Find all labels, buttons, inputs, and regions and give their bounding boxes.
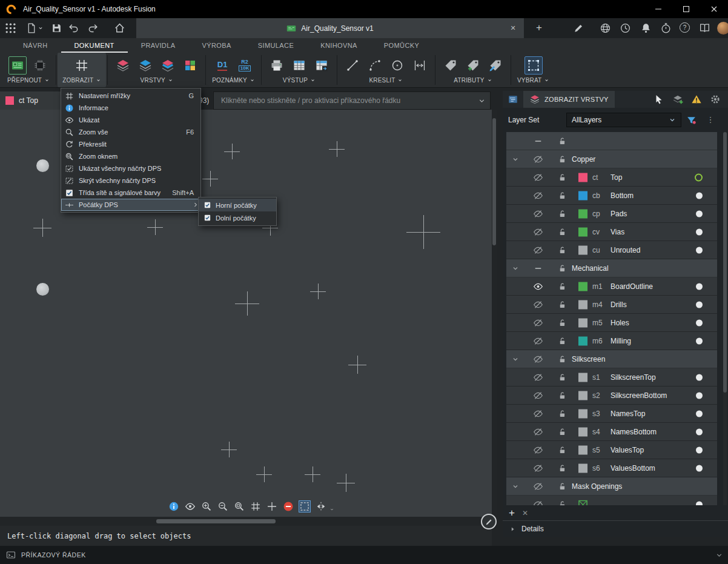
- ribbon-dropdown-annotations[interactable]: POZNÁMKY: [212, 77, 255, 84]
- export-table-icon[interactable]: [313, 56, 331, 75]
- stylus-icon[interactable]: [573, 22, 584, 34]
- origin-icon[interactable]: [266, 501, 277, 512]
- layer-row-m5[interactable]: m5Holes: [506, 314, 717, 332]
- value-annotation-icon[interactable]: R210K: [236, 56, 254, 75]
- menu-item-pocatky-dps[interactable]: Počátky DPS: [61, 199, 200, 211]
- active-layer-radio[interactable]: [696, 247, 703, 254]
- menu-item-trida-site-a-signalove-barvy[interactable]: Třída sítě a signálové barvyShift+A: [61, 187, 200, 199]
- edit-attribute-icon[interactable]: [486, 56, 505, 75]
- visibility-off-icon[interactable]: [533, 154, 543, 165]
- lock-open-icon[interactable]: [558, 373, 567, 382]
- settings-icon[interactable]: [710, 94, 721, 105]
- layer-color-swatch[interactable]: [578, 191, 587, 201]
- grid-icon[interactable]: [250, 501, 261, 512]
- lock-open-icon[interactable]: [558, 155, 567, 164]
- checkbox-checked-icon[interactable]: [204, 214, 211, 222]
- redo-icon[interactable]: [87, 22, 99, 34]
- layer-color-swatch[interactable]: [578, 428, 587, 437]
- layer-color-swatch[interactable]: [578, 446, 587, 455]
- vertical-scrollbar-thumb[interactable]: [492, 118, 496, 245]
- ribbon-dropdown-select[interactable]: VYBRAT: [517, 77, 549, 84]
- layer-row-s3[interactable]: s3NamesTop: [506, 405, 717, 423]
- active-layer-radio[interactable]: [696, 284, 703, 290]
- visibility-off-icon[interactable]: [533, 500, 543, 506]
- layer-color-swatch[interactable]: [578, 210, 587, 219]
- visibility-off-icon[interactable]: [533, 427, 543, 437]
- layer-row-s5[interactable]: s5ValuesTop: [506, 441, 717, 459]
- layer-row-cv[interactable]: cvVias: [506, 223, 717, 241]
- lock-open-icon[interactable]: [558, 319, 567, 328]
- visibility-off-icon[interactable]: [533, 336, 543, 347]
- lock-open-icon[interactable]: [558, 173, 567, 182]
- ribbon-dropdown-switch[interactable]: PŘEPNOUT: [7, 77, 50, 84]
- eye-icon[interactable]: [185, 501, 196, 512]
- active-layer-radio[interactable]: [696, 447, 703, 454]
- lock-open-icon[interactable]: [558, 482, 567, 491]
- layer-row-cu[interactable]: cuUnrouted: [506, 241, 717, 259]
- select-tool-icon[interactable]: [524, 56, 543, 75]
- visibility-off-icon[interactable]: [533, 391, 543, 401]
- chevron-down-icon[interactable]: [329, 507, 334, 512]
- layer-root-row[interactable]: [506, 132, 717, 150]
- active-layer-radio[interactable]: [696, 193, 703, 199]
- lock-open-icon[interactable]: [558, 228, 567, 237]
- draw-circle-icon[interactable]: [388, 56, 406, 75]
- layer-color-swatch[interactable]: [578, 391, 587, 400]
- lock-open-icon[interactable]: [558, 337, 567, 346]
- active-layer-radio[interactable]: [696, 374, 703, 381]
- lock-open-icon[interactable]: [558, 428, 567, 437]
- close-tab-icon[interactable]: ✕: [508, 23, 518, 33]
- menu-item-skryt-vsechny-nacrty-dps[interactable]: Skrýt všechny náčrty DPS: [61, 174, 200, 187]
- layer-color-swatch[interactable]: [578, 300, 587, 310]
- menu-item-informace[interactable]: Informace: [61, 102, 200, 114]
- layer-row-cb[interactable]: cbBottom: [506, 187, 717, 205]
- lock-open-icon[interactable]: [558, 355, 567, 364]
- layer-color-swatch[interactable]: [578, 464, 587, 473]
- layer-color-swatch[interactable]: [578, 173, 587, 182]
- attribute-tag-icon[interactable]: [442, 56, 460, 75]
- remove-icon[interactable]: [283, 501, 294, 512]
- globe-icon[interactable]: [600, 22, 611, 34]
- warning-icon[interactable]: [691, 94, 702, 105]
- layer-row-ct[interactable]: ctTop: [506, 168, 717, 187]
- file-menu-icon[interactable]: [25, 22, 37, 34]
- active-layer-radio[interactable]: [696, 465, 703, 472]
- cursor-select-icon[interactable]: [654, 94, 664, 105]
- menu-knihovna[interactable]: KNIHOVNA: [307, 38, 371, 53]
- active-layer-radio[interactable]: [696, 302, 703, 308]
- zoom-selected-icon[interactable]: [234, 501, 245, 512]
- lock-open-icon[interactable]: [558, 446, 567, 455]
- print-icon[interactable]: [268, 56, 286, 75]
- schematic-editor-icon[interactable]: [31, 56, 49, 75]
- zoom-in-icon[interactable]: [201, 501, 212, 512]
- visibility-off-icon[interactable]: [533, 209, 543, 219]
- draw-arc-icon[interactable]: [366, 56, 384, 75]
- grid-display-icon[interactable]: [73, 56, 91, 75]
- submenu-item-dolni-pocatky[interactable]: Dolní počátky: [199, 211, 276, 224]
- panel-scrollbar[interactable]: [723, 132, 727, 505]
- lock-open-icon[interactable]: [558, 464, 567, 473]
- list-options-icon[interactable]: ⋮: [706, 115, 715, 125]
- info-icon[interactable]: [168, 501, 179, 512]
- panel-toggle-icon[interactable]: [715, 551, 723, 559]
- ribbon-dropdown-draw[interactable]: KRESLIT: [369, 77, 403, 84]
- table-icon[interactable]: [290, 56, 308, 75]
- visibility-mixed-icon[interactable]: [533, 264, 543, 274]
- vertical-scrollbar[interactable]: [492, 110, 497, 517]
- layer-row-s4[interactable]: s4NamesBottom: [506, 423, 717, 441]
- menu-vyroba[interactable]: VÝROBA: [188, 38, 244, 53]
- lock-open-icon[interactable]: [558, 391, 567, 400]
- command-input-caret-icon[interactable]: [478, 97, 486, 105]
- tab-display-layers[interactable]: ZOBRAZIT VRSTVY: [523, 91, 615, 108]
- layer-row-s6[interactable]: s6ValuesBottom: [506, 459, 717, 477]
- active-layer-radio[interactable]: [696, 229, 703, 236]
- visibility-off-icon[interactable]: [533, 482, 543, 492]
- visibility-off-icon[interactable]: [533, 300, 543, 310]
- command-line-bar[interactable]: PŘÍKAZOVÝ ŘÁDEK: [0, 546, 728, 564]
- layer-row-cp[interactable]: cpPads: [506, 205, 717, 223]
- layer-color-swatch[interactable]: [578, 228, 587, 237]
- visibility-off-icon[interactable]: [533, 245, 543, 256]
- visibility-off-icon[interactable]: [533, 445, 543, 456]
- visibility-mixed-icon[interactable]: [533, 136, 543, 147]
- layer-row-s1[interactable]: s1SilkscreenTop: [506, 368, 717, 387]
